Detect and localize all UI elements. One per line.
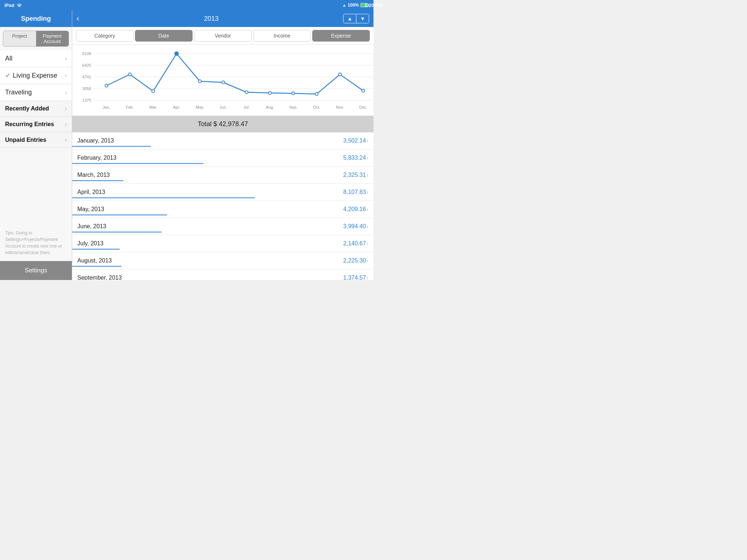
svg-point-18 <box>222 81 225 84</box>
month-name: March, 2013 <box>77 172 110 178</box>
sidebar: Spending Project Payment Account All › ✓… <box>0 10 72 280</box>
year-label: 2013 <box>204 15 218 23</box>
month-name: September, 2013 <box>77 275 122 280</box>
main-panel: ‹ 2013 ▲ ▼ Category Date Vendor Income E… <box>72 10 374 280</box>
svg-point-22 <box>315 93 318 96</box>
tab-date[interactable]: Date <box>135 30 193 42</box>
svg-text:1375: 1375 <box>82 98 91 102</box>
svg-text:Nov.: Nov. <box>336 105 344 109</box>
sidebar-item-recurring[interactable]: Recurring Entries › <box>0 117 72 132</box>
segment-payment[interactable]: Payment Account <box>36 31 69 46</box>
chevron-icon: › <box>65 89 67 96</box>
sidebar-title: Spending <box>0 10 72 27</box>
chevron-icon: › <box>65 55 67 62</box>
app-container: Spending Project Payment Account All › ✓… <box>0 10 374 280</box>
month-name: August, 2013 <box>77 257 112 264</box>
chevron-icon: › <box>65 105 67 112</box>
status-bar: iPad 1:20 PM ▲ 100% <box>0 0 374 10</box>
month-bar <box>72 214 167 215</box>
monthly-item[interactable]: January, 2013 3,502.14 › <box>72 132 374 149</box>
month-amount: 2,140.67 › <box>343 240 368 247</box>
monthly-item[interactable]: August, 2013 2,225.30 › <box>72 252 374 269</box>
down-arrow-button[interactable]: ▼ <box>356 14 369 23</box>
recently-added-label: Recently Added <box>5 105 49 112</box>
month-name: July, 2013 <box>77 240 104 247</box>
month-amount: 4,209.16 › <box>343 206 368 213</box>
tab-category[interactable]: Category <box>76 30 133 42</box>
status-time: 1:20 PM <box>364 3 374 8</box>
svg-text:Sep.: Sep. <box>289 105 298 109</box>
total-bar: Total $ 42,978.47 <box>72 116 374 132</box>
check-icon: ✓ <box>5 71 11 79</box>
month-amount: 5,833.24 › <box>343 155 368 161</box>
svg-text:Feb.: Feb. <box>126 105 134 109</box>
all-label: All <box>5 55 12 62</box>
tab-income[interactable]: Income <box>253 30 311 42</box>
chevron-icon: › <box>367 155 368 161</box>
svg-text:Jun.: Jun. <box>220 105 227 109</box>
ipad-label: iPad <box>4 3 14 8</box>
month-name: May, 2013 <box>77 206 104 213</box>
filter-tabs: Category Date Vendor Income Expense <box>72 27 374 45</box>
month-bar <box>72 146 151 147</box>
month-name: February, 2013 <box>77 155 116 161</box>
chevron-icon: › <box>367 241 368 246</box>
month-bar <box>72 266 121 267</box>
month-amount: 3,502.14 › <box>343 137 368 144</box>
sidebar-item-recently-added[interactable]: Recently Added › <box>0 101 72 117</box>
month-amount: 2,325.31 › <box>343 172 368 178</box>
sidebar-item-living[interactable]: ✓ Living Expense › <box>0 67 72 84</box>
svg-text:May.: May. <box>196 105 204 109</box>
svg-point-19 <box>245 91 248 94</box>
tab-vendor[interactable]: Vendor <box>194 30 252 42</box>
traveling-label: Traveling <box>5 89 32 96</box>
svg-text:Oct.: Oct. <box>313 105 320 109</box>
svg-text:8108: 8108 <box>82 51 91 56</box>
wifi-icon <box>16 3 22 7</box>
segment-project[interactable]: Project <box>3 31 36 46</box>
chart-area: 8108 6425 4741 3058 1375 <box>72 45 374 116</box>
chevron-icon: › <box>367 138 368 144</box>
sidebar-item-traveling[interactable]: Traveling › <box>0 84 72 101</box>
tab-expense[interactable]: Expense <box>312 30 370 42</box>
chevron-icon: › <box>367 223 368 229</box>
svg-text:Aug.: Aug. <box>266 105 274 109</box>
monthly-item[interactable]: July, 2013 2,140.67 › <box>72 235 374 252</box>
settings-button[interactable]: Settings <box>0 261 72 280</box>
chevron-icon: › <box>367 189 368 195</box>
sidebar-item-all[interactable]: All › <box>0 50 72 67</box>
unpaid-label: Unpaid Entries <box>5 137 46 143</box>
svg-point-20 <box>268 92 271 94</box>
chevron-icon: › <box>367 275 368 280</box>
monthly-item[interactable]: February, 2013 5,833.24 › <box>72 149 374 167</box>
month-name: April, 2013 <box>77 189 105 195</box>
svg-text:Dec.: Dec. <box>359 105 368 109</box>
chevron-icon: › <box>65 121 67 128</box>
month-bar <box>72 180 123 181</box>
up-arrow-button[interactable]: ▲ <box>344 14 356 23</box>
svg-point-13 <box>105 84 108 87</box>
location-icon: ▲ <box>342 3 346 7</box>
month-amount: 1,374.57 › <box>343 275 368 280</box>
monthly-item[interactable]: April, 2013 8,107.83 › <box>72 184 374 201</box>
svg-text:Jul.: Jul. <box>243 105 249 109</box>
svg-point-16 <box>175 52 178 55</box>
line-chart: 8108 6425 4741 3058 1375 <box>77 48 374 114</box>
svg-point-17 <box>198 80 201 83</box>
sidebar-item-unpaid[interactable]: Unpaid Entries › <box>0 132 72 148</box>
month-bar <box>72 197 255 198</box>
chevron-icon: › <box>367 206 368 212</box>
svg-point-24 <box>362 89 365 92</box>
chevron-icon: › <box>367 172 368 178</box>
back-button[interactable]: ‹ <box>77 14 79 23</box>
monthly-item[interactable]: September, 2013 1,374.57 › <box>72 269 374 280</box>
segment-control[interactable]: Project Payment Account <box>3 31 69 47</box>
recurring-label: Recurring Entries <box>5 121 54 128</box>
monthly-item[interactable]: June, 2013 3,994.40 › <box>72 218 374 235</box>
monthly-item[interactable]: March, 2013 2,325.31 › <box>72 167 374 184</box>
monthly-item[interactable]: May, 2013 4,209.16 › <box>72 201 374 218</box>
tips-text: Tips: Going to Settings>Projects/Payment… <box>0 225 72 261</box>
svg-text:Apr.: Apr. <box>173 105 180 109</box>
chevron-icon: › <box>65 72 67 79</box>
month-amount: 2,225.30 › <box>343 257 368 264</box>
